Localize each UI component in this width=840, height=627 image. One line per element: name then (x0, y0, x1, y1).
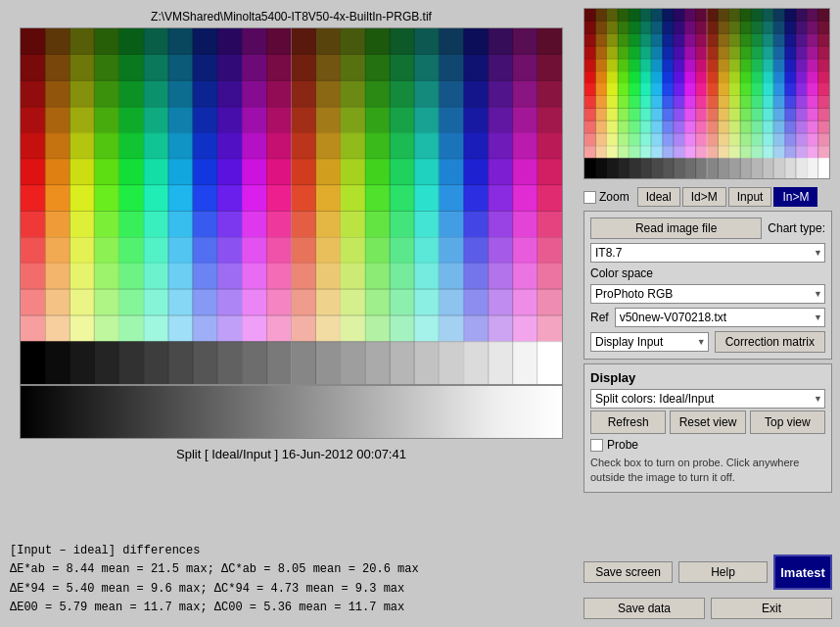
tab-ideal[interactable]: Ideal (637, 187, 680, 207)
save-help-row: Save screen Help Imatest (583, 555, 832, 590)
color-space-select-wrapper: ProPhoto RGB (590, 284, 825, 304)
chart-type-select-wrapper: IT8.7 (590, 243, 825, 263)
tab-group: Ideal Id>M Input In>M (637, 187, 818, 207)
display-select[interactable]: Split colors: Ideal/Input (590, 389, 825, 409)
display-input-select[interactable]: Display Input (590, 332, 709, 352)
exit-button[interactable]: Exit (711, 598, 832, 619)
color-space-row: Color space (590, 266, 825, 280)
tab-idm[interactable]: Id>M (682, 187, 726, 207)
zoom-label: Zoom (583, 190, 630, 204)
save-screen-button[interactable]: Save screen (583, 561, 673, 583)
read-image-section: Read image file Chart type: IT8.7 Color … (583, 211, 832, 360)
display-select-wrapper: Split colors: Ideal/Input (590, 389, 825, 409)
right-panel: Zoom Ideal Id>M Input In>M Read image fi… (576, 0, 840, 627)
chart-type-row: IT8.7 (590, 243, 825, 263)
chart-type-label: Chart type: (768, 221, 825, 235)
save-exit-row: Save data Exit (583, 598, 832, 619)
read-image-button[interactable]: Read image file (590, 217, 762, 239)
color-space-label: Color space (590, 266, 653, 280)
stats-line3: ΔE*94 = 5.40 mean = 9.6 max; ΔC*94 = 4.7… (10, 580, 419, 599)
view-buttons: Refresh Reset view Top view (590, 410, 825, 434)
display-title: Display (590, 370, 825, 385)
read-image-row: Read image file Chart type: (590, 217, 825, 239)
split-label: Split [ Ideal/Input ] 16-Jun-2012 00:07:… (10, 443, 573, 465)
display-section: Display Split colors: Ideal/Input Refres… (583, 363, 832, 493)
color-space-select[interactable]: ProPhoto RGB (590, 284, 825, 304)
chart-type-select[interactable]: IT8.7 (590, 243, 825, 263)
correction-matrix-button[interactable]: Correction matrix (715, 331, 825, 353)
probe-label: Probe (607, 438, 638, 452)
tab-inm[interactable]: In>M (773, 187, 817, 207)
save-data-button[interactable]: Save data (583, 598, 705, 619)
refresh-button[interactable]: Refresh (590, 410, 666, 434)
stats-line1: [Input – ideal] differences (10, 542, 419, 560)
color-space-select-row: ProPhoto RGB (590, 284, 825, 304)
top-view-button[interactable]: Top view (750, 410, 825, 434)
display-correction-row: Display Input Correction matrix (590, 331, 825, 353)
imatest-logo: Imatest (773, 555, 832, 590)
stats-line4: ΔE00 = 5.79 mean = 11.7 max; ΔC00 = 5.36… (10, 599, 419, 617)
zoom-checkbox[interactable] (583, 191, 596, 204)
stats-line2: ΔE*ab = 8.44 mean = 21.5 max; ΔC*ab = 8.… (10, 560, 419, 579)
stats-panel: [Input – ideal] differences ΔE*ab = 8.44… (10, 542, 419, 617)
ref-select-wrapper: v50new-V070218.txt (615, 308, 825, 327)
tab-input[interactable]: Input (728, 187, 772, 207)
probe-row: Probe (590, 438, 825, 452)
probe-description: Check box to turn on probe. Click anywhe… (590, 456, 825, 486)
grayscale-strip (20, 385, 563, 439)
ref-select[interactable]: v50new-V070218.txt (615, 308, 825, 327)
probe-checkbox[interactable] (590, 439, 603, 452)
zoom-text: Zoom (599, 190, 630, 204)
display-input-wrapper: Display Input (590, 332, 709, 352)
preview-image (583, 8, 830, 179)
main-image (20, 27, 563, 385)
zoom-row: Zoom Ideal Id>M Input In>M (583, 187, 832, 207)
ref-row: Ref v50new-V070218.txt (590, 308, 825, 327)
file-path: Z:\VMShared\Minolta5400-IT8V50-4x-BuiltI… (10, 10, 573, 24)
help-button[interactable]: Help (678, 561, 768, 583)
reset-view-button[interactable]: Reset view (670, 410, 745, 434)
left-panel: Z:\VMShared\Minolta5400-IT8V50-4x-BuiltI… (10, 10, 573, 465)
ref-label: Ref (590, 311, 609, 324)
